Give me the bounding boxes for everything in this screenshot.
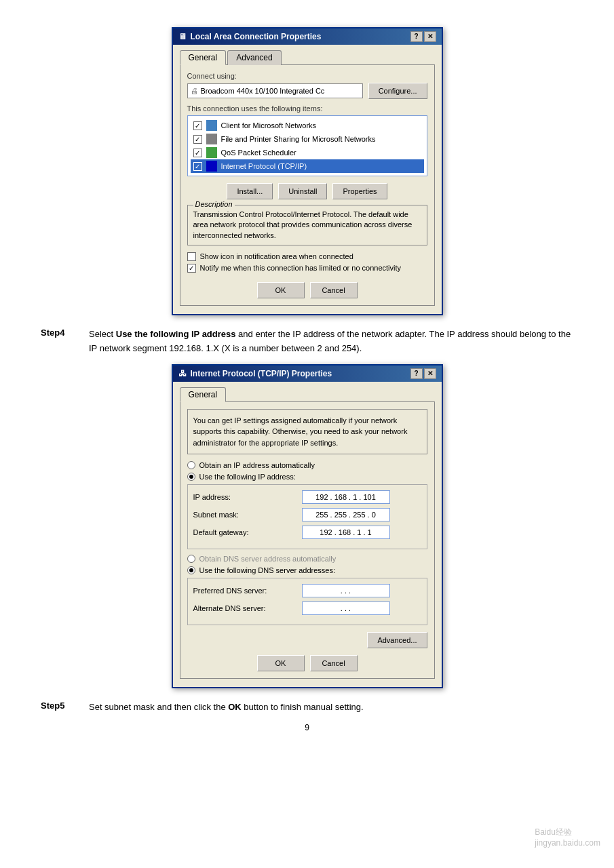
dialog2-title: Internet Protocol (TCP/IP) Properties bbox=[191, 369, 332, 378]
dialog2-content: General You can get IP settings assigned… bbox=[173, 382, 442, 688]
ip-address-label: IP address: bbox=[193, 493, 302, 501]
printer-label: File and Printer Sharing for Microsoft N… bbox=[221, 135, 376, 143]
gateway-field[interactable]: 192 . 168 . 1 . 1 bbox=[302, 526, 390, 539]
radio-auto-ip[interactable] bbox=[187, 461, 195, 469]
description-label: Description bbox=[193, 200, 235, 208]
watermark-line2: jingyan.baidu.com bbox=[535, 838, 600, 848]
radio-dns-auto-label: Obtain DNS server address automatically bbox=[199, 555, 337, 563]
list-item-client[interactable]: ✓ Client for Microsoft Networks bbox=[191, 119, 424, 132]
tcp-label: Internet Protocol (TCP/IP) bbox=[221, 162, 307, 170]
tab-content: Connect using: 🖨 Broadcom 440x 10/100 In… bbox=[180, 64, 435, 306]
dns-fields-section: Preferred DNS server: . . . Alternate DN… bbox=[187, 578, 427, 625]
gateway-value: 192 . 168 . 1 . 1 bbox=[320, 528, 371, 536]
radio-dns-auto[interactable] bbox=[187, 555, 195, 563]
radio-dns-auto-row[interactable]: Obtain DNS server address automatically bbox=[187, 555, 427, 563]
preferred-dns-row: Preferred DNS server: . . . bbox=[193, 584, 421, 597]
cancel-button-1[interactable]: Cancel bbox=[310, 282, 358, 298]
adapter-name: Broadcom 440x 10/100 Integrated Cc bbox=[201, 87, 325, 95]
radio-auto-ip-label: Obtain an IP address automatically bbox=[199, 461, 315, 469]
adapter-field: 🖨 Broadcom 440x 10/100 Integrated Cc bbox=[187, 83, 363, 98]
qos-icon bbox=[206, 147, 217, 158]
titlebar-buttons-2: ? ✕ bbox=[410, 368, 436, 379]
uninstall-button[interactable]: Uninstall bbox=[278, 183, 327, 199]
step5-block: Step5 Set subnet mask and then click the… bbox=[41, 701, 573, 715]
client-icon bbox=[206, 120, 217, 131]
qos-checkbox[interactable]: ✓ bbox=[193, 149, 202, 157]
show-icon-label: Show icon in notification area when conn… bbox=[200, 252, 353, 260]
notify-label: Notify me when this connection has limit… bbox=[200, 264, 402, 272]
step5-text-part2: button to finish manual setting. bbox=[242, 702, 364, 712]
tab-content-2: You can get IP settings assigned automat… bbox=[180, 401, 435, 679]
list-item-tcp[interactable]: ✓ Internet Protocol (TCP/IP) bbox=[191, 159, 424, 173]
dialog1-content: General Advanced Connect using: 🖨 Broadc… bbox=[173, 45, 442, 314]
client-label: Client for Microsoft Networks bbox=[221, 121, 317, 130]
alternate-dns-value: . . . bbox=[341, 604, 351, 612]
description-section: Description Transmission Control Protoco… bbox=[187, 205, 427, 245]
alternate-dns-row: Alternate DNS server: . . . bbox=[193, 601, 421, 615]
radio-manual-ip-row[interactable]: Use the following IP address: bbox=[187, 473, 427, 481]
install-uninstall-row: Install... Uninstall Properties bbox=[187, 183, 427, 199]
client-checkbox[interactable]: ✓ bbox=[193, 121, 202, 130]
radio-auto-ip-row[interactable]: Obtain an IP address automatically bbox=[187, 461, 427, 469]
cancel-button-2[interactable]: Cancel bbox=[310, 655, 358, 671]
ip-address-row: IP address: 192 . 168 . 1 . 101 bbox=[193, 490, 421, 504]
network-items-list: ✓ Client for Microsoft Networks ✓ File a… bbox=[187, 115, 427, 176]
subnet-value: 255 . 255 . 255 . 0 bbox=[315, 511, 376, 519]
printer-checkbox[interactable]: ✓ bbox=[193, 135, 202, 144]
step5-text-part1: Set subnet mask and then click the bbox=[89, 702, 228, 712]
step5-text: Set subnet mask and then click the OK bu… bbox=[89, 701, 364, 715]
tab-general[interactable]: General bbox=[180, 50, 227, 65]
titlebar-buttons: ? ✕ bbox=[410, 31, 436, 42]
step4-text: Select Use the following IP address and … bbox=[89, 328, 573, 356]
radio-dns-manual-row[interactable]: Use the following DNS server addresses: bbox=[187, 566, 427, 574]
tcp-icon-title: 🖧 bbox=[178, 369, 187, 378]
step5-label: Step5 bbox=[41, 701, 78, 711]
qos-label: QoS Packet Scheduler bbox=[221, 149, 296, 157]
radio-manual-ip[interactable] bbox=[187, 473, 195, 481]
close-button-2[interactable]: ✕ bbox=[424, 368, 436, 379]
install-button[interactable]: Install... bbox=[227, 183, 273, 199]
help-button[interactable]: ? bbox=[410, 31, 423, 42]
connect-using-label: Connect using: bbox=[187, 72, 427, 80]
help-button-2[interactable]: ? bbox=[410, 368, 423, 379]
advanced-button[interactable]: Advanced... bbox=[367, 632, 427, 648]
tab-general-2[interactable]: General bbox=[180, 387, 227, 402]
watermark-line1: Baidu经验 bbox=[535, 827, 600, 838]
close-button[interactable]: ✕ bbox=[424, 31, 436, 42]
notify-checkbox[interactable]: ✓ bbox=[187, 264, 196, 273]
tab-advanced[interactable]: Advanced bbox=[227, 50, 281, 65]
step4-text-part1: Select bbox=[89, 329, 116, 339]
ok-button-1[interactable]: OK bbox=[257, 282, 305, 298]
ok-cancel-row-2: OK Cancel bbox=[187, 655, 427, 671]
adapter-row: 🖨 Broadcom 440x 10/100 Integrated Cc Con… bbox=[187, 83, 427, 99]
radio-dns-manual-label: Use the following DNS server addresses: bbox=[199, 566, 336, 574]
step4-bold: Use the following IP address bbox=[116, 329, 236, 339]
dialog1-tabs: General Advanced bbox=[180, 50, 435, 65]
ok-button-2[interactable]: OK bbox=[257, 655, 305, 671]
watermark: Baidu经验 jingyan.baidu.com bbox=[535, 827, 600, 848]
properties-button[interactable]: Properties bbox=[332, 183, 387, 199]
preferred-dns-field[interactable]: . . . bbox=[302, 584, 390, 597]
advanced-row: Advanced... bbox=[187, 632, 427, 648]
radio-dns-manual[interactable] bbox=[187, 566, 195, 574]
list-item-qos[interactable]: ✓ QoS Packet Scheduler bbox=[191, 146, 424, 159]
configure-button[interactable]: Configure... bbox=[368, 83, 427, 99]
step4-label: Step4 bbox=[41, 328, 78, 338]
alternate-dns-field[interactable]: . . . bbox=[302, 601, 390, 615]
ip-fields-section: IP address: 192 . 168 . 1 . 101 Subnet m… bbox=[187, 484, 427, 549]
list-item-printer[interactable]: ✓ File and Printer Sharing for Microsoft… bbox=[191, 132, 424, 146]
tcp-icon bbox=[206, 161, 217, 172]
gateway-label: Default gateway: bbox=[193, 528, 302, 536]
checkboxes-section: Show icon in notification area when conn… bbox=[187, 252, 427, 273]
page-number: 9 bbox=[41, 723, 573, 732]
adapter-icon: 🖨 bbox=[191, 87, 198, 95]
step4-block: Step4 Select Use the following IP addres… bbox=[41, 328, 573, 356]
network-icon: 🖥 bbox=[178, 32, 187, 41]
show-icon-row: Show icon in notification area when conn… bbox=[187, 252, 427, 261]
ip-address-field[interactable]: 192 . 168 . 1 . 101 bbox=[302, 490, 390, 504]
description-text: Transmission Control Protocol/Internet P… bbox=[193, 210, 421, 241]
show-icon-checkbox[interactable] bbox=[187, 252, 196, 261]
subnet-row: Subnet mask: 255 . 255 . 255 . 0 bbox=[193, 508, 421, 521]
subnet-field[interactable]: 255 . 255 . 255 . 0 bbox=[302, 508, 390, 521]
tcp-checkbox[interactable]: ✓ bbox=[193, 162, 202, 171]
